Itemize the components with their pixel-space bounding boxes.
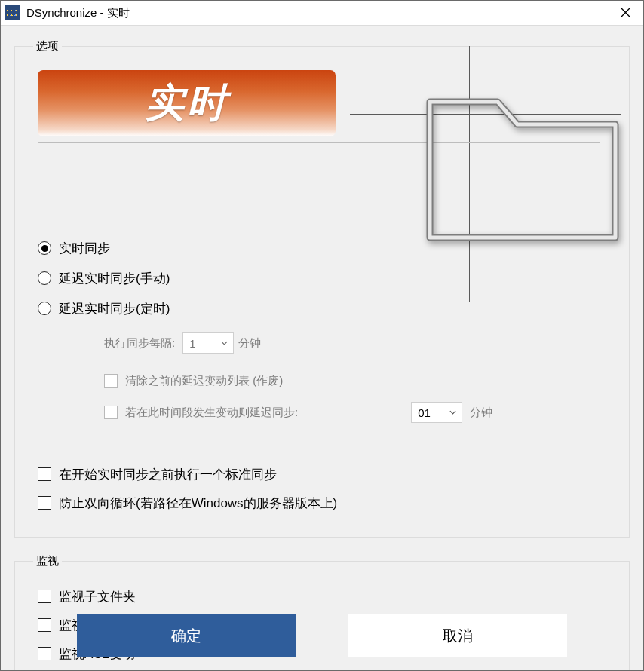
- delay-if-change-select[interactable]: 01: [411, 402, 462, 423]
- options-group: 选项 实时 实时同步 延迟实时同步(手动): [14, 39, 630, 538]
- checkbox-watch-subfolders-row[interactable]: 监视子文件夹: [38, 582, 606, 611]
- close-button[interactable]: [607, 1, 643, 26]
- interval-select[interactable]: 1: [182, 332, 234, 354]
- checkbox-pre-standard-sync-row[interactable]: 在开始实时同步之前执行一个标准同步: [38, 460, 606, 489]
- interval-label: 执行同步每隔:: [104, 336, 175, 351]
- banner-divider: [38, 142, 600, 143]
- banner-title: 实时: [145, 77, 229, 130]
- radio-delayed-manual[interactable]: 延迟实时同步(手动): [38, 263, 606, 293]
- radio-dot-icon: [38, 302, 51, 315]
- prevent-loop-label: 防止双向循环(若路径在Windows的服务器版本上): [59, 495, 337, 512]
- radio-label: 延迟实时同步(手动): [59, 270, 170, 287]
- watch-legend: 监视: [33, 554, 62, 568]
- radio-label: 实时同步: [59, 240, 110, 257]
- folder-icon: [418, 87, 629, 251]
- titlebar: DSynchronize - 实时: [1, 1, 643, 26]
- banner: 实时: [38, 70, 336, 136]
- delay-if-change-value: 01: [418, 406, 431, 419]
- window-title: DSynchronize - 实时: [26, 6, 607, 20]
- delay-if-change-unit: 分钟: [470, 406, 492, 420]
- cancel-label: 取消: [443, 626, 473, 646]
- checkbox-prevent-loop: [38, 496, 51, 510]
- app-icon: [5, 5, 20, 20]
- checkbox-delay-if-change[interactable]: [104, 406, 118, 419]
- radio-delayed-timed[interactable]: 延迟实时同步(定时): [38, 293, 606, 323]
- divider: [35, 446, 602, 446]
- chevron-down-icon: [449, 409, 457, 417]
- interval-unit: 分钟: [238, 336, 261, 351]
- checkbox-pre-standard-sync: [38, 467, 51, 481]
- cancel-button[interactable]: 取消: [348, 614, 567, 657]
- checkbox-watch-subfolders: [38, 590, 51, 603]
- checkbox-prevent-loop-row[interactable]: 防止双向循环(若路径在Windows的服务器版本上): [38, 489, 606, 517]
- clear-list-label: 清除之前的延迟变动列表 (作废): [125, 374, 283, 388]
- radio-realtime-sync[interactable]: 实时同步: [38, 233, 606, 263]
- ok-label: 确定: [171, 626, 201, 646]
- checkbox-clear-list[interactable]: [104, 374, 118, 388]
- watch-subfolders-label: 监视子文件夹: [59, 588, 136, 605]
- radio-dot-icon: [38, 241, 51, 255]
- interval-value: 1: [189, 337, 195, 350]
- chevron-down-icon: [220, 339, 228, 348]
- ok-button[interactable]: 确定: [77, 614, 296, 657]
- options-legend: 选项: [33, 39, 62, 54]
- delay-if-change-label: 若在此时间段发生变动则延迟同步:: [125, 406, 298, 420]
- radio-label: 延迟实时同步(定时): [59, 300, 170, 317]
- pre-standard-sync-label: 在开始实时同步之前执行一个标准同步: [59, 466, 277, 483]
- footer: 确定 取消: [1, 614, 643, 657]
- radio-dot-icon: [38, 271, 51, 285]
- close-icon: [621, 7, 630, 20]
